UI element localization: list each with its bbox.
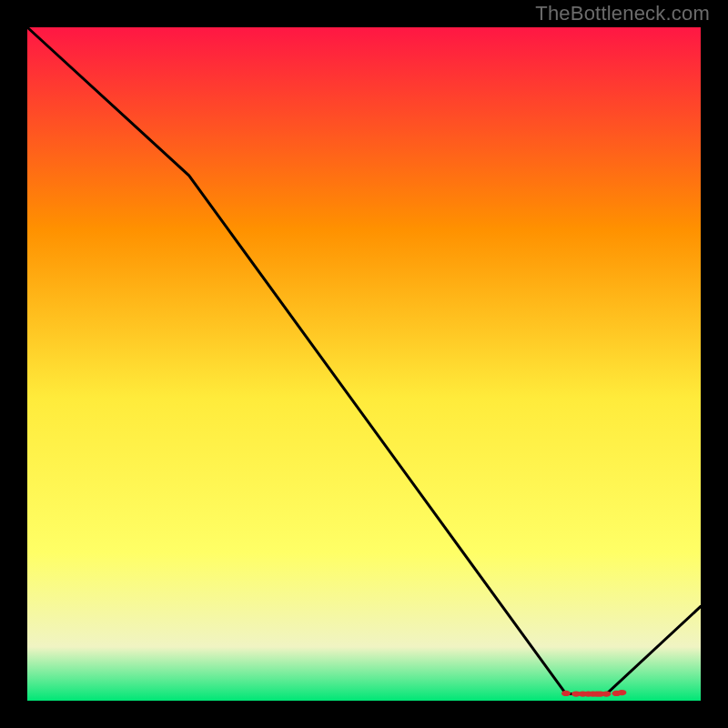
watermark-text: TheBottleneck.com (535, 2, 710, 25)
marker-dot (602, 691, 611, 696)
marker-dot (561, 691, 571, 696)
chart-svg (0, 0, 728, 728)
chart-container: TheBottleneck.com (0, 0, 728, 728)
marker-dot (617, 690, 626, 695)
plot-background (27, 27, 701, 701)
